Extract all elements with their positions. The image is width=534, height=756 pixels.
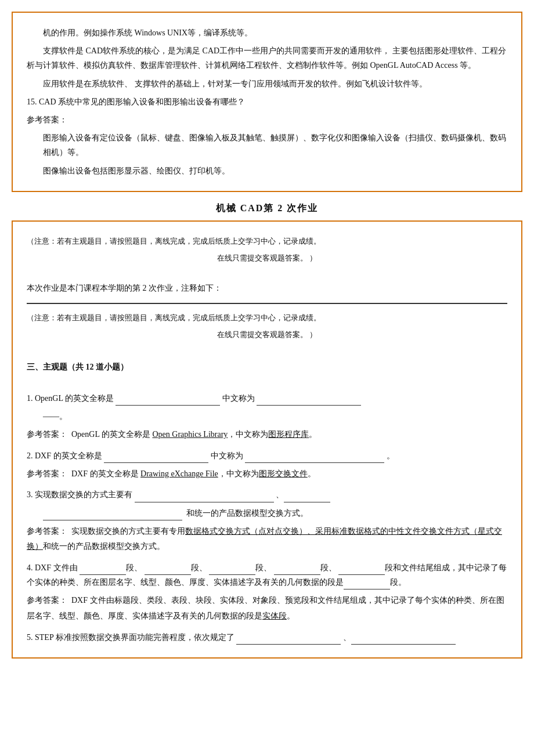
q3-ans: 参考答案： 实现数据交换的方式主要有专用数据格式交换方式（点对点交换）、采用标准… bbox=[27, 524, 507, 555]
top-para2: 支撑软件是 CAD软件系统的核心，是为满足 CAD工作中一些用户的共同需要而开发… bbox=[27, 44, 507, 73]
q15-ans-label: 参考答案： bbox=[27, 113, 507, 127]
q3-line2: 和统一的产品数据模型交换方式。 bbox=[43, 506, 507, 520]
q4-b1 bbox=[80, 567, 126, 575]
section2-box: （注意：若有主观题目，请按照题目，离线完成，完成后纸质上交学习中心，记录成绩。 … bbox=[12, 220, 522, 659]
note3: （注意：若有主观题目，请按照题目，离线完成，完成后纸质上交学习中心，记录成绩。 bbox=[27, 311, 507, 324]
q3-blank3 bbox=[43, 512, 182, 520]
section-label: 三、主观题（共 12 道小题） bbox=[27, 360, 507, 374]
divider bbox=[27, 303, 507, 304]
q1-ans: 参考答案： OpenGL 的英文全称是 Open Graphics Librar… bbox=[27, 427, 507, 443]
q3-ans-label: 参考答案： bbox=[27, 527, 67, 536]
q1-ans-cn: 图形程序库 bbox=[268, 430, 309, 439]
q2-ans-cn: 图形交换文件 bbox=[259, 469, 308, 478]
q2-ans: 参考答案： DXF 的英文全称是 Drawing eXchange File，中… bbox=[27, 466, 507, 482]
q3-blank1 bbox=[135, 494, 274, 502]
q4-label: 4. DXF 文件由 bbox=[27, 563, 78, 572]
assignment-note: 本次作业是本门课程本学期的第 2 次作业，注释如下： bbox=[27, 281, 507, 295]
q4: 4. DXF 文件由 段、 段、 段、 段、 段和文件结尾组成，其中记录了每个实… bbox=[27, 560, 507, 589]
q1-label: 1. OpenGL 的英文全称是 bbox=[27, 394, 114, 403]
note2: 在线只需提交客观题答案。 ） bbox=[27, 251, 507, 265]
q5-blank1 bbox=[236, 636, 341, 645]
q1-blank1 bbox=[116, 397, 220, 406]
q5-label: 5. STEP 标准按照数据交换界面功能完善程度，依次规定了 bbox=[27, 633, 234, 642]
q1-ans-label: 参考答案： bbox=[27, 430, 67, 439]
top-para3: 应用软件是在系统软件、 支撑软件的基础上，针对某一专门应用领域而开发的软件。例如… bbox=[27, 77, 507, 91]
q1-blank2 bbox=[257, 397, 361, 406]
section2-title: 机械 CAD第 2 次作业 bbox=[12, 202, 522, 215]
q1: 1. OpenGL 的英文全称是 中文称为 bbox=[27, 391, 507, 406]
q5: 5. STEP 标准按照数据交换界面功能完善程度，依次规定了 、 bbox=[27, 630, 507, 645]
q2-blank2 bbox=[245, 455, 384, 463]
q4-b3 bbox=[209, 567, 255, 575]
q2-blank1 bbox=[104, 455, 208, 463]
q2-label: 2. DXF 的英文全称是 bbox=[27, 451, 102, 460]
q1-ans-opengl: Open Graphics Library bbox=[152, 430, 228, 439]
q3-label: 3. 实现数据交换的方式主要有 bbox=[27, 490, 132, 499]
q2-mid: 中文称为 bbox=[211, 451, 243, 460]
q4-ans-label: 参考答案： bbox=[27, 596, 67, 605]
top-para1: 机的作用。例如操作系统 Windows UNIX等，编译系统等。 bbox=[27, 26, 507, 40]
q5-blank2 bbox=[351, 636, 456, 645]
q1-ans-line2: ——。 bbox=[43, 409, 507, 424]
q3-mid: 和统一的产品数据模型交换方式。 bbox=[186, 509, 308, 518]
q15: 15. CAD 系统中常见的图形输入设备和图形输出设备有哪些？ bbox=[27, 95, 507, 109]
q4-ans: 参考答案： DXF 文件由标题段、类段、表段、块段、实体段、对象段、预览段和文件… bbox=[27, 593, 507, 624]
note4: 在线只需提交客观题答案。 ） bbox=[27, 328, 507, 341]
q15-ans1: 图形输入设备有定位设备（鼠标、键盘、图像输入板及其触笔、触摸屏）、数字化仪和图像… bbox=[43, 131, 507, 160]
q4-b6 bbox=[344, 581, 390, 589]
q4-ans-segment: 实体段 bbox=[262, 612, 287, 620]
q4-b2 bbox=[145, 567, 191, 575]
q4-b5 bbox=[338, 567, 385, 575]
q2: 2. DXF 的英文全称是 中文称为 。 bbox=[27, 448, 507, 463]
top-section: 机的作用。例如操作系统 Windows UNIX等，编译系统等。 支撑软件是 C… bbox=[12, 12, 522, 192]
q3: 3. 实现数据交换的方式主要有 、 bbox=[27, 487, 507, 502]
q2-ans-label: 参考答案： bbox=[27, 469, 67, 478]
q2-ans-dxf: Drawing eXchange File bbox=[140, 469, 218, 478]
q3-blank2 bbox=[284, 494, 330, 502]
note1: （注意：若有主观题目，请按照题目，离线完成，完成后纸质上交学习中心，记录成绩。 bbox=[27, 234, 507, 248]
q15-ans2: 图像输出设备包括图形显示器、绘图仪、打印机等。 bbox=[43, 164, 507, 178]
q1-mid: 中文称为 bbox=[222, 394, 255, 403]
q4-b4 bbox=[274, 567, 320, 575]
q3-ans-underline1: 数据格式交换方式（点对点交换）、采用标准数据格式的中性文件交换文件方式（星式交换… bbox=[27, 527, 502, 551]
